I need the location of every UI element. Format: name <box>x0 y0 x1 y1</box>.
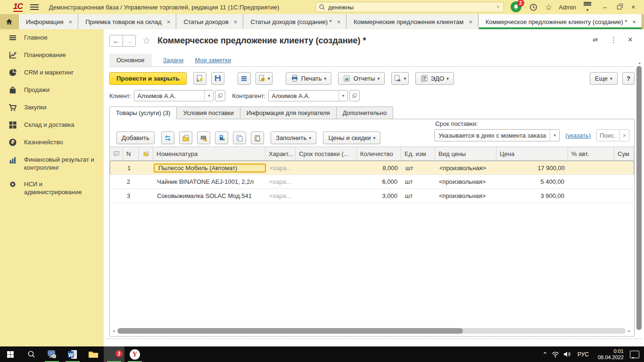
row-number-cell[interactable]: 1 <box>124 165 140 172</box>
grid-search-clear-icon[interactable]: × <box>619 130 629 141</box>
taskbar-clock[interactable]: 0:01 08.04.2022 <box>595 348 627 361</box>
save-button[interactable] <box>211 72 224 85</box>
history-icon[interactable] <box>529 3 537 11</box>
back-button[interactable]: ← <box>110 35 123 46</box>
send-button[interactable] <box>391 72 408 85</box>
search-clear-icon[interactable]: × <box>495 4 501 10</box>
sidebar-item[interactable]: Финансовый результат и контроллинг <box>0 151 104 176</box>
col-price-type[interactable]: Вид цены <box>435 147 496 160</box>
row-comment-cell[interactable] <box>110 189 123 203</box>
remote-pc-app-icon[interactable] <box>41 346 62 362</box>
window-tab[interactable]: Коммерческие предложения клиентам × <box>347 14 478 29</box>
forward-button[interactable]: → <box>123 35 135 46</box>
nomenclature-cell[interactable]: Пылесос Мобиль (Автомат) <box>154 164 266 173</box>
characteristic-cell[interactable]: <хара... <box>265 189 296 203</box>
row-number-cell[interactable]: 2 <box>123 175 139 189</box>
table-row[interactable]: 2 Чайник BINATONE AEJ-1001, 2,2л <хара..… <box>110 175 634 189</box>
form-favorite-star-icon[interactable]: ☆ <box>142 35 151 46</box>
grid-search-input[interactable] <box>597 130 619 141</box>
search-input[interactable] <box>328 4 495 11</box>
help-button[interactable]: ? <box>622 72 635 85</box>
window-tab[interactable]: Статьи доходов (создание) * × <box>243 14 347 29</box>
folder-column-icon[interactable] <box>139 147 153 160</box>
counterparty-open-button[interactable] <box>349 90 360 101</box>
current-user[interactable]: Admin <box>559 4 576 11</box>
scroll-right-icon[interactable]: ▸ <box>626 329 630 333</box>
document-tab[interactable]: Товары (услуги) (3) <box>109 107 177 119</box>
tab-close-icon[interactable]: × <box>233 18 239 25</box>
data-terminal-icon[interactable] <box>215 132 228 144</box>
favorites-star-icon[interactable] <box>545 2 552 12</box>
comment-column-icon[interactable] <box>110 147 123 160</box>
tab-close-icon[interactable]: × <box>166 18 172 25</box>
window-tab[interactable]: Информация × <box>19 14 78 29</box>
service-menu-icon[interactable] <box>584 2 591 13</box>
delivery-cell[interactable] <box>296 175 357 189</box>
table-row[interactable]: 3 Соковыжималка SOLAC Мод.541 <хара... 3… <box>110 189 634 203</box>
col-sum[interactable]: Сум <box>614 147 634 160</box>
file-explorer-icon[interactable] <box>83 346 104 362</box>
link-icon[interactable] <box>591 36 599 44</box>
sidebar-item[interactable]: ₽ Планирование <box>0 47 104 64</box>
col-auto-pct[interactable]: % авт. <box>568 147 614 160</box>
specify-link[interactable]: (указать) <box>565 132 591 139</box>
form-close-icon[interactable] <box>627 35 633 45</box>
move-rows-icon[interactable] <box>161 132 174 144</box>
home-tab[interactable] <box>0 14 19 29</box>
characteristic-cell[interactable]: <хара... <box>266 165 296 172</box>
print-button[interactable]: Печать <box>286 72 332 85</box>
action-center-icon[interactable] <box>630 351 639 358</box>
global-search[interactable]: × <box>315 2 504 12</box>
prices-discounts-button[interactable]: Цены и скидки <box>323 132 380 144</box>
row-comment-cell[interactable] <box>110 175 123 189</box>
quantity-cell[interactable]: 3,000 <box>357 189 401 203</box>
document-tasks-button[interactable] <box>256 72 272 85</box>
tab-main[interactable]: Основное <box>109 54 152 66</box>
characteristic-cell[interactable]: <хара... <box>265 175 296 189</box>
sidebar-item[interactable]: ₽ Казначейство <box>0 134 104 151</box>
sidebar-item[interactable]: Главное <box>0 29 104 47</box>
delivery-cell[interactable] <box>296 189 357 203</box>
unit-cell[interactable]: шт <box>401 175 435 189</box>
post-and-close-button[interactable]: Провести и закрыть <box>109 72 187 85</box>
vscroll-thumb[interactable] <box>636 66 642 330</box>
main-menu-icon[interactable] <box>30 4 39 10</box>
tab-close-icon[interactable]: × <box>336 18 342 25</box>
document-tab[interactable]: Дополнительно <box>336 107 394 119</box>
more-menu-icon[interactable] <box>610 35 617 44</box>
delivery-term-select[interactable]: Указывается в днях с момента заказа <box>434 129 560 141</box>
counterparty-dropdown-icon[interactable] <box>339 90 347 101</box>
counterparty-input[interactable] <box>269 90 339 101</box>
sidebar-item[interactable]: Склад и доставка <box>0 116 104 134</box>
sum-cell[interactable] <box>614 175 634 189</box>
restore-button[interactable] <box>612 1 626 13</box>
tab-tasks[interactable]: Задачи <box>163 54 184 66</box>
word-app-icon[interactable]: W <box>62 346 83 362</box>
sidebar-item[interactable]: Закупки <box>0 99 104 116</box>
price-type-cell[interactable]: <произвольная> <box>436 165 497 172</box>
row-folder-cell[interactable] <box>139 189 153 203</box>
nomenclature-cell[interactable]: Соковыжималка SOLAC Мод.541 <box>153 189 265 203</box>
copy-rows-icon[interactable] <box>233 132 246 144</box>
col-n[interactable]: N <box>123 147 139 160</box>
paste-rows-icon[interactable] <box>251 132 264 144</box>
start-button[interactable] <box>0 346 21 362</box>
client-open-button[interactable] <box>215 90 225 101</box>
auto-pct-cell[interactable] <box>568 175 614 189</box>
col-nomenclature[interactable]: Номенклатура <box>153 147 265 160</box>
edo-button[interactable]: ЭДО <box>415 72 454 85</box>
tab-close-icon[interactable]: × <box>631 18 637 25</box>
notifications-bell-icon[interactable]: 2 <box>511 1 522 13</box>
col-characteristic[interactable]: Характ... <box>265 147 296 160</box>
tab-my-notes[interactable]: Мои заметки <box>195 54 231 66</box>
sidebar-item[interactable]: Продажи <box>0 82 104 99</box>
scroll-left-icon[interactable]: ◂ <box>113 329 117 333</box>
tab-close-icon[interactable]: × <box>468 18 473 25</box>
wifi-icon[interactable] <box>551 351 560 358</box>
quantity-cell[interactable]: 6,000 <box>357 175 401 189</box>
tray-expand-icon[interactable] <box>542 351 548 358</box>
document-tab[interactable]: Информация для покупателя <box>240 107 337 119</box>
window-tab[interactable]: Статьи доходов × <box>176 14 243 29</box>
row-folder-cell[interactable] <box>139 175 153 189</box>
scroll-up-icon[interactable]: ▴ <box>636 60 643 65</box>
